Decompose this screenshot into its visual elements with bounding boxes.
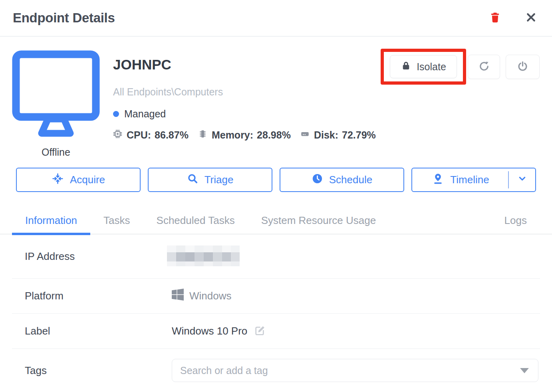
isolate-button[interactable]: Isolate [390,55,457,78]
timeline-button[interactable]: Timeline [411,168,536,192]
timeline-pin-icon [432,172,444,188]
chevron-down-icon [517,174,527,186]
endpoint-group-breadcrumb: All Endpoints\Computers [113,86,223,98]
memory-icon [197,129,208,142]
platform-value: Windows [189,290,231,302]
edit-label-button[interactable] [254,325,266,338]
timeline-dropdown-toggle[interactable] [508,171,535,188]
tab-scheduled-tasks[interactable]: Scheduled Tasks [143,207,248,234]
delete-endpoint-button[interactable] [486,9,504,27]
endpoint-summary: Offline JOHNPC All Endpoints\Computers M… [0,37,552,164]
tags-row: Tags [12,349,540,392]
close-button[interactable] [523,9,539,27]
connection-status: Offline [12,147,100,158]
acquire-icon [52,172,64,188]
acquire-button[interactable]: Acquire [16,168,141,192]
refresh-button[interactable] [468,55,500,79]
label-row: Label Windows 10 Pro [12,314,540,349]
triage-label: Triage [205,174,234,186]
tab-information[interactable]: Information [12,207,90,234]
tab-tasks[interactable]: Tasks [90,207,143,234]
tags-label: Tags [12,364,172,377]
memory-label: Memory: [212,129,253,141]
close-icon [525,12,537,24]
tab-bar: Information Tasks Scheduled Tasks System… [0,207,552,235]
tags-input[interactable] [172,359,538,382]
information-section: IP Address [12,235,540,392]
platform-label: Platform [12,290,172,302]
timeline-label: Timeline [450,174,489,186]
endpoint-name: JOHNPC [113,57,171,73]
power-button[interactable] [506,55,540,79]
tab-system-resource-usage[interactable]: System Resource Usage [248,207,389,234]
triage-button[interactable]: Triage [148,168,272,192]
managed-status-dot [113,111,119,117]
disk-label: Disk: [314,129,338,141]
management-status: Managed [113,108,166,120]
disk-icon [300,129,310,142]
ip-address-redacted-value [167,245,240,268]
memory-value: 28.98% [257,129,291,141]
trash-icon [489,11,501,25]
isolate-label: Isolate [417,61,446,73]
search-icon [187,173,199,187]
panel-header: Endpoint Details [0,0,552,37]
edit-icon [254,325,266,338]
endpoint-details-panel: Endpoint Details [0,0,552,392]
action-button-row: Acquire Triage Schedule [16,168,536,192]
tab-logs[interactable]: Logs [491,207,540,234]
cpu-icon [112,129,123,142]
isolate-highlight-annotation: Isolate [381,49,466,85]
power-icon [516,60,529,74]
managed-status-label: Managed [124,108,166,120]
disk-value: 72.79% [342,129,376,141]
tags-dropdown-caret[interactable] [520,368,529,373]
memory-metric: Memory: 28.98% [197,129,291,142]
schedule-label: Schedule [329,174,372,186]
label-label: Label [12,325,172,337]
cpu-metric: CPU: 86.87% [112,129,189,142]
lock-icon [401,60,411,73]
cpu-value: 86.87% [155,129,189,141]
monitor-icon [12,50,100,141]
disk-metric: Disk: 72.79% [300,129,376,142]
platform-row: Platform Windows [12,279,540,314]
ip-address-row: IP Address [12,235,540,279]
page-title: Endpoint Details [13,10,115,26]
schedule-button[interactable]: Schedule [280,168,404,192]
refresh-icon [478,60,490,73]
windows-icon [172,289,184,303]
ip-address-label: IP Address [12,250,172,263]
clock-icon [312,173,323,187]
label-value: Windows 10 Pro [172,325,247,337]
cpu-label: CPU: [127,129,151,141]
resource-metrics: CPU: 86.87% Memory: 28.98% [112,129,376,142]
acquire-label: Acquire [70,174,105,186]
